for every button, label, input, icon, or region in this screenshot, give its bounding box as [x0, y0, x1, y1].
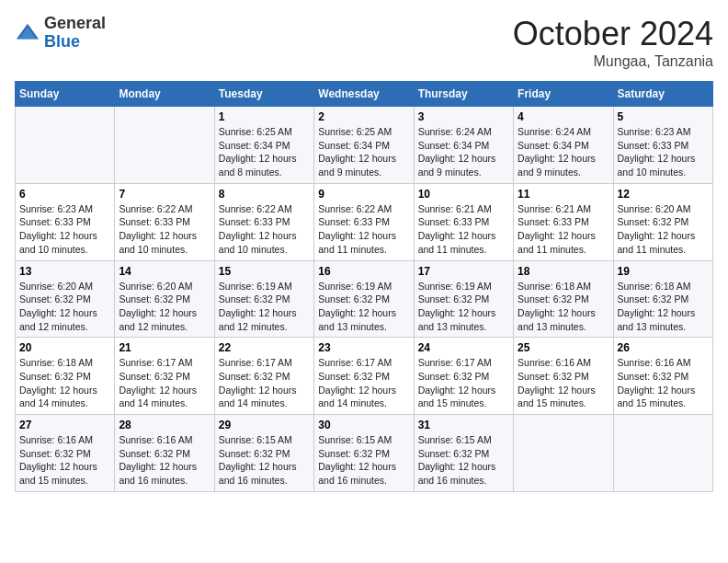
calendar-cell: 26Sunrise: 6:16 AM Sunset: 6:32 PM Dayli… — [613, 338, 712, 415]
day-info: Sunrise: 6:15 AM Sunset: 6:32 PM Dayligh… — [418, 433, 509, 488]
calendar-cell: 21Sunrise: 6:17 AM Sunset: 6:32 PM Dayli… — [115, 338, 214, 415]
day-info: Sunrise: 6:19 AM Sunset: 6:32 PM Dayligh… — [219, 280, 310, 334]
day-info: Sunrise: 6:16 AM Sunset: 6:32 PM Dayligh… — [19, 433, 110, 488]
day-number: 22 — [219, 341, 310, 354]
day-number: 27 — [19, 419, 110, 431]
day-number: 1 — [219, 110, 310, 123]
day-number: 12 — [618, 188, 709, 201]
calendar-cell — [16, 107, 115, 184]
day-number: 20 — [19, 341, 110, 354]
logo-icon — [15, 20, 40, 46]
day-number: 30 — [318, 419, 409, 431]
day-number: 19 — [618, 265, 709, 278]
day-number: 5 — [618, 110, 709, 123]
calendar-cell: 24Sunrise: 6:17 AM Sunset: 6:32 PM Dayli… — [414, 338, 513, 415]
week-row-1: 1Sunrise: 6:25 AM Sunset: 6:34 PM Daylig… — [16, 107, 713, 184]
title-block: October 2024 Mungaa, Tanzania — [513, 15, 713, 70]
day-number: 7 — [119, 188, 210, 201]
calendar-cell: 5Sunrise: 6:23 AM Sunset: 6:33 PM Daylig… — [613, 107, 712, 184]
day-info: Sunrise: 6:22 AM Sunset: 6:33 PM Dayligh… — [119, 202, 210, 257]
calendar-cell: 4Sunrise: 6:24 AM Sunset: 6:34 PM Daylig… — [514, 107, 613, 184]
calendar-cell: 17Sunrise: 6:19 AM Sunset: 6:32 PM Dayli… — [414, 260, 513, 338]
weekday-header-sunday: Sunday — [16, 82, 115, 107]
calendar-cell: 22Sunrise: 6:17 AM Sunset: 6:32 PM Dayli… — [214, 338, 313, 415]
day-number: 6 — [19, 188, 110, 201]
calendar-cell: 27Sunrise: 6:16 AM Sunset: 6:32 PM Dayli… — [16, 415, 115, 492]
calendar-cell: 16Sunrise: 6:19 AM Sunset: 6:32 PM Dayli… — [314, 260, 414, 338]
calendar-cell: 31Sunrise: 6:15 AM Sunset: 6:32 PM Dayli… — [414, 415, 513, 492]
day-number: 3 — [418, 110, 509, 123]
week-row-2: 6Sunrise: 6:23 AM Sunset: 6:33 PM Daylig… — [16, 183, 713, 260]
calendar-cell: 3Sunrise: 6:24 AM Sunset: 6:34 PM Daylig… — [414, 107, 513, 184]
calendar-cell: 14Sunrise: 6:20 AM Sunset: 6:32 PM Dayli… — [115, 260, 214, 338]
day-number: 25 — [518, 341, 609, 354]
day-number: 31 — [418, 419, 509, 431]
calendar-cell — [514, 415, 613, 492]
day-info: Sunrise: 6:20 AM Sunset: 6:32 PM Dayligh… — [19, 280, 110, 334]
day-info: Sunrise: 6:18 AM Sunset: 6:32 PM Dayligh… — [618, 280, 709, 334]
calendar-cell: 13Sunrise: 6:20 AM Sunset: 6:32 PM Dayli… — [16, 260, 115, 338]
day-number: 23 — [318, 341, 409, 354]
day-info: Sunrise: 6:22 AM Sunset: 6:33 PM Dayligh… — [318, 202, 409, 257]
day-number: 28 — [119, 419, 210, 431]
calendar-cell: 1Sunrise: 6:25 AM Sunset: 6:34 PM Daylig… — [214, 107, 313, 184]
day-info: Sunrise: 6:20 AM Sunset: 6:32 PM Dayligh… — [618, 202, 709, 257]
weekday-header-tuesday: Tuesday — [214, 82, 313, 107]
day-info: Sunrise: 6:25 AM Sunset: 6:34 PM Dayligh… — [219, 125, 310, 179]
day-number: 26 — [618, 341, 709, 354]
day-info: Sunrise: 6:15 AM Sunset: 6:32 PM Dayligh… — [318, 433, 409, 488]
day-number: 17 — [418, 265, 509, 278]
day-number: 11 — [518, 188, 609, 201]
weekday-header-wednesday: Wednesday — [314, 82, 414, 107]
day-number: 4 — [518, 110, 609, 123]
day-info: Sunrise: 6:21 AM Sunset: 6:33 PM Dayligh… — [518, 202, 609, 257]
day-info: Sunrise: 6:16 AM Sunset: 6:32 PM Dayligh… — [518, 356, 609, 410]
day-info: Sunrise: 6:19 AM Sunset: 6:32 PM Dayligh… — [418, 280, 509, 334]
weekday-header-thursday: Thursday — [414, 82, 513, 107]
weekday-header-saturday: Saturday — [613, 82, 712, 107]
day-info: Sunrise: 6:16 AM Sunset: 6:32 PM Dayligh… — [618, 356, 709, 410]
day-number: 29 — [219, 419, 310, 431]
calendar-cell: 30Sunrise: 6:15 AM Sunset: 6:32 PM Dayli… — [314, 415, 414, 492]
day-number: 14 — [119, 265, 210, 278]
month-title: October 2024 — [513, 15, 713, 53]
day-info: Sunrise: 6:24 AM Sunset: 6:34 PM Dayligh… — [418, 125, 509, 179]
calendar-cell: 8Sunrise: 6:22 AM Sunset: 6:33 PM Daylig… — [214, 183, 313, 260]
calendar-table: SundayMondayTuesdayWednesdayThursdayFrid… — [15, 81, 713, 492]
calendar-cell: 6Sunrise: 6:23 AM Sunset: 6:33 PM Daylig… — [16, 183, 115, 260]
day-number: 21 — [119, 341, 210, 354]
calendar-cell: 15Sunrise: 6:19 AM Sunset: 6:32 PM Dayli… — [214, 260, 313, 338]
day-number: 9 — [318, 188, 409, 201]
day-number: 18 — [518, 265, 609, 278]
day-info: Sunrise: 6:16 AM Sunset: 6:32 PM Dayligh… — [119, 433, 210, 488]
weekday-header-row: SundayMondayTuesdayWednesdayThursdayFrid… — [16, 82, 713, 107]
day-number: 15 — [219, 265, 310, 278]
calendar-cell: 23Sunrise: 6:17 AM Sunset: 6:32 PM Dayli… — [314, 338, 414, 415]
day-info: Sunrise: 6:17 AM Sunset: 6:32 PM Dayligh… — [119, 356, 210, 410]
day-info: Sunrise: 6:23 AM Sunset: 6:33 PM Dayligh… — [618, 125, 709, 179]
day-info: Sunrise: 6:24 AM Sunset: 6:34 PM Dayligh… — [518, 125, 609, 179]
page-header: General Blue October 2024 Mungaa, Tanzan… — [15, 15, 713, 70]
calendar-cell: 7Sunrise: 6:22 AM Sunset: 6:33 PM Daylig… — [115, 183, 214, 260]
day-number: 16 — [318, 265, 409, 278]
day-info: Sunrise: 6:17 AM Sunset: 6:32 PM Dayligh… — [418, 356, 509, 410]
logo-blue-text: Blue — [44, 32, 80, 51]
calendar-cell: 29Sunrise: 6:15 AM Sunset: 6:32 PM Dayli… — [214, 415, 313, 492]
calendar-cell: 10Sunrise: 6:21 AM Sunset: 6:33 PM Dayli… — [414, 183, 513, 260]
day-info: Sunrise: 6:17 AM Sunset: 6:32 PM Dayligh… — [318, 356, 409, 410]
day-number: 24 — [418, 341, 509, 354]
calendar-cell: 11Sunrise: 6:21 AM Sunset: 6:33 PM Dayli… — [514, 183, 613, 260]
location-title: Mungaa, Tanzania — [513, 53, 713, 70]
calendar-cell: 18Sunrise: 6:18 AM Sunset: 6:32 PM Dayli… — [514, 260, 613, 338]
day-number: 13 — [19, 265, 110, 278]
day-number: 8 — [219, 188, 310, 201]
calendar-cell: 12Sunrise: 6:20 AM Sunset: 6:32 PM Dayli… — [613, 183, 712, 260]
day-info: Sunrise: 6:18 AM Sunset: 6:32 PM Dayligh… — [518, 280, 609, 334]
day-info: Sunrise: 6:23 AM Sunset: 6:33 PM Dayligh… — [19, 202, 110, 257]
calendar-cell: 2Sunrise: 6:25 AM Sunset: 6:34 PM Daylig… — [314, 107, 414, 184]
day-number: 10 — [418, 188, 509, 201]
calendar-cell: 19Sunrise: 6:18 AM Sunset: 6:32 PM Dayli… — [613, 260, 712, 338]
day-info: Sunrise: 6:18 AM Sunset: 6:32 PM Dayligh… — [19, 356, 110, 410]
day-info: Sunrise: 6:15 AM Sunset: 6:32 PM Dayligh… — [219, 433, 310, 488]
calendar-cell — [613, 415, 712, 492]
